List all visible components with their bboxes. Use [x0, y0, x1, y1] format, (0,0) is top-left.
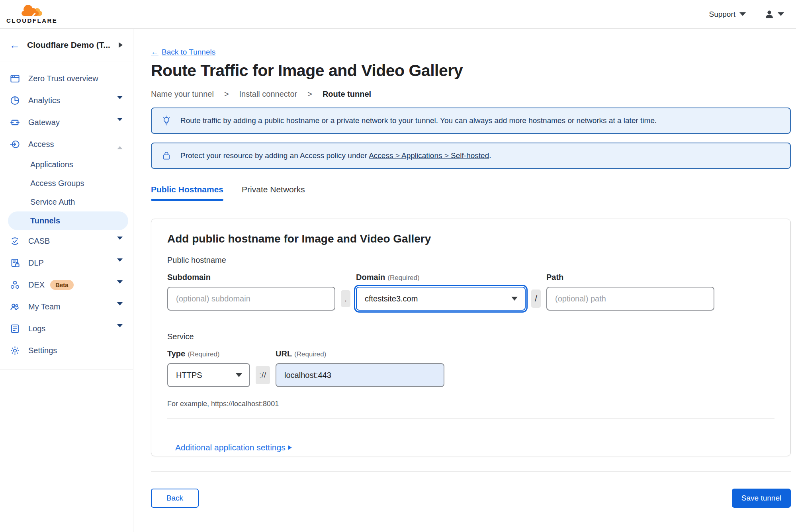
hostname-field-row: Subdomain . Domain(Required) cftestsite3…: [167, 273, 774, 311]
sidebar-item-access[interactable]: Access: [0, 133, 133, 155]
user-icon: [764, 9, 774, 20]
gateway-icon: [10, 117, 20, 128]
chevron-down-icon[interactable]: [117, 118, 123, 127]
domain-selected-value: cftestsite3.com: [365, 294, 418, 303]
dex-icon: [10, 280, 20, 290]
sidebar: ← Cloudflare Demo (T... Zero Trust overv…: [0, 29, 133, 532]
sidebar-item-dlp[interactable]: DLP: [0, 252, 133, 274]
save-tunnel-button[interactable]: Save tunnel: [732, 489, 791, 508]
sidebar-item-gateway[interactable]: Gateway: [0, 111, 133, 133]
sidebar-item-label: Logs: [28, 324, 109, 333]
chevron-down-icon[interactable]: [117, 324, 123, 334]
support-label: Support: [709, 10, 735, 19]
additional-application-settings-link[interactable]: Additional application settings: [175, 443, 292, 452]
sidebar-item-applications[interactable]: Applications: [0, 155, 133, 174]
banner-text: Route traffic by adding a public hostnam…: [180, 116, 657, 125]
footer-divider: [151, 471, 791, 472]
card-heading: Add public hostname for Image and Video …: [167, 233, 774, 245]
breadcrumb-separator: >: [307, 90, 312, 99]
slash-separator: /: [531, 289, 541, 308]
public-hostname-card: Add public hostname for Image and Video …: [151, 219, 791, 456]
chevron-down-icon[interactable]: [117, 258, 123, 268]
chevron-down-icon: [236, 373, 242, 377]
dlp-icon: [10, 258, 20, 268]
main-content: ← Back to Tunnels Route Traffic for Imag…: [133, 29, 796, 532]
required-label: (Required): [188, 350, 219, 358]
url-label: URL(Required): [276, 349, 444, 358]
type-label: Type(Required): [167, 349, 250, 358]
tab-public-hostnames[interactable]: Public Hostnames: [151, 185, 223, 200]
chevron-up-icon[interactable]: [117, 140, 123, 149]
service-section-label: Service: [167, 332, 774, 341]
sidebar-item-logs[interactable]: Logs: [0, 318, 133, 340]
banner-text: Protect your resource by adding an Acces…: [180, 151, 491, 160]
chevron-right-icon: [288, 445, 292, 450]
cloudflare-logo[interactable]: CLOUDFLARE: [6, 5, 57, 24]
service-field-row: Type(Required) HTTPS :// URL(Required): [167, 349, 774, 387]
sidebar-item-zero-trust-overview[interactable]: Zero Trust overview: [0, 68, 133, 90]
access-icon: [10, 139, 20, 150]
public-hostname-section-label: Public hostname: [167, 256, 774, 265]
sidebar-item-label: Gateway: [28, 118, 109, 127]
access-applications-self-hosted-link[interactable]: Access > Applications > Self-hosted: [369, 151, 489, 160]
sidebar-item-casb[interactable]: CASB: [0, 230, 133, 252]
sidebar-item-label: Zero Trust overview: [28, 74, 123, 83]
required-label: (Required): [387, 274, 419, 282]
casb-icon: [10, 236, 20, 246]
cloudflare-wordmark: CLOUDFLARE: [6, 17, 57, 24]
sidebar-item-dex[interactable]: DEX Beta: [0, 274, 133, 296]
chevron-right-icon[interactable]: [119, 42, 123, 48]
back-arrow-icon[interactable]: ←: [10, 40, 20, 50]
sidebar-item-service-auth[interactable]: Service Auth: [0, 193, 133, 211]
sidebar-nav: Zero Trust overview Analytics Gateway: [0, 61, 133, 370]
step-name-your-tunnel[interactable]: Name your tunnel: [151, 90, 214, 99]
sidebar-item-label: Settings: [28, 346, 123, 355]
chevron-down-icon[interactable]: [117, 96, 123, 106]
tabs: Public Hostnames Private Networks: [151, 185, 791, 200]
path-input[interactable]: [546, 287, 714, 311]
sidebar-item-settings[interactable]: Settings: [0, 340, 133, 362]
step-install-connector[interactable]: Install connector: [239, 90, 297, 99]
lightbulb-icon: [161, 115, 172, 126]
topbar: CLOUDFLARE Support: [0, 0, 796, 29]
domain-label: Domain(Required): [356, 273, 526, 282]
analytics-icon: [10, 95, 20, 106]
sidebar-item-my-team[interactable]: My Team: [0, 296, 133, 318]
sidebar-item-label: Analytics: [28, 96, 109, 105]
chevron-down-icon[interactable]: [117, 302, 123, 312]
gear-icon: [10, 345, 20, 356]
service-type-select[interactable]: HTTPS: [167, 363, 250, 387]
account-switcher[interactable]: ← Cloudflare Demo (T...: [0, 29, 133, 61]
account-name: Cloudflare Demo (T...: [27, 40, 119, 50]
chevron-down-icon: [778, 12, 784, 16]
sidebar-subitem-label: Tunnels: [30, 216, 60, 225]
domain-select[interactable]: cftestsite3.com: [356, 287, 526, 311]
step-route-tunnel: Route tunnel: [323, 90, 371, 99]
account-menu[interactable]: [764, 9, 784, 20]
path-label: Path: [546, 273, 714, 282]
subdomain-input[interactable]: [167, 287, 335, 311]
dot-separator: .: [341, 290, 350, 307]
back-to-tunnels-link[interactable]: ← Back to Tunnels: [151, 48, 215, 57]
sidebar-item-label: DEX: [28, 280, 45, 289]
service-url-input[interactable]: [276, 363, 444, 387]
sidebar-item-label: My Team: [28, 302, 109, 311]
scheme-separator: ://: [256, 366, 270, 384]
tab-private-networks[interactable]: Private Networks: [242, 185, 305, 200]
sidebar-item-access-groups[interactable]: Access Groups: [0, 174, 133, 193]
sidebar-item-label: Access: [28, 140, 109, 149]
info-banner-access-policy: Protect your resource by adding an Acces…: [151, 143, 791, 169]
back-button[interactable]: Back: [151, 489, 199, 508]
sidebar-item-tunnels[interactable]: Tunnels: [8, 211, 128, 230]
card-divider: [167, 419, 774, 419]
overview-icon: [10, 73, 20, 84]
required-label: (Required): [294, 350, 326, 358]
support-menu[interactable]: Support: [709, 10, 746, 19]
sidebar-divider: [0, 370, 133, 370]
chevron-down-icon[interactable]: [117, 280, 123, 290]
chevron-down-icon[interactable]: [117, 237, 123, 246]
info-banner-route-traffic: Route traffic by adding a public hostnam…: [151, 108, 791, 134]
sidebar-item-analytics[interactable]: Analytics: [0, 90, 133, 111]
sidebar-subitem-label: Service Auth: [30, 198, 75, 207]
url-example-text: For example, https://localhost:8001: [167, 400, 774, 408]
